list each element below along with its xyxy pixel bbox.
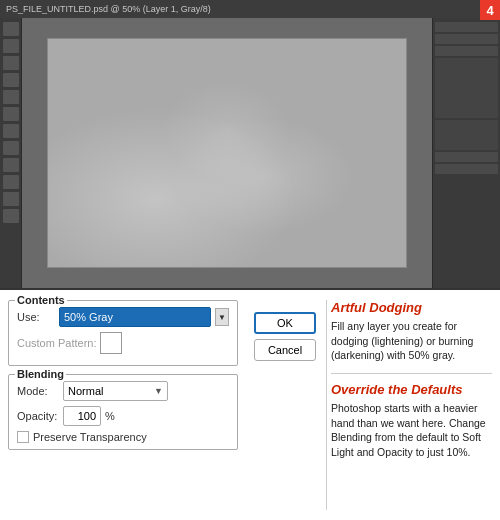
cancel-button[interactable]: Cancel (254, 339, 316, 361)
use-value: 50% Gray (64, 311, 113, 323)
panel-row-1 (435, 22, 498, 32)
panel-row-5 (435, 164, 498, 174)
tool-move (3, 22, 19, 36)
ps-canvas-area (22, 18, 432, 288)
ps-canvas (47, 38, 407, 268)
use-row: Use: 50% Gray ▼ (17, 307, 229, 327)
tip-body-2: Photoshop starts with a heavier hand tha… (331, 401, 492, 460)
mode-row: Mode: Normal ▼ (17, 381, 229, 401)
step-badge: 4 (480, 0, 500, 20)
ps-topbar: PS_FILE_UNTITLED.psd @ 50% (Layer 1, Gra… (0, 0, 500, 18)
dialog-buttons: OK Cancel (254, 312, 316, 510)
use-label: Use: (17, 311, 55, 323)
panel-row-3 (435, 46, 498, 56)
tool-clone (3, 107, 19, 121)
fill-dialog: Contents Use: 50% Gray ▼ Custom Pattern:… (8, 300, 238, 510)
percent-label: % (105, 410, 115, 422)
ps-left-panel (0, 18, 22, 288)
tool-zoom (3, 209, 19, 223)
contents-group: Contents Use: 50% Gray ▼ Custom Pattern: (8, 300, 238, 366)
ps-right-panel (432, 18, 500, 288)
tool-crop (3, 73, 19, 87)
preserve-transparency-label: Preserve Transparency (33, 431, 147, 443)
contents-title: Contents (15, 294, 67, 306)
tip-body-1: Fill any layer you create for dodging (l… (331, 319, 492, 363)
bottom-section: Contents Use: 50% Gray ▼ Custom Pattern:… (0, 290, 500, 518)
preserve-transparency-row: Preserve Transparency (17, 431, 229, 443)
tool-gradient (3, 141, 19, 155)
mode-label: Mode: (17, 385, 59, 397)
tip-title-2: Override the Defaults (331, 382, 492, 397)
opacity-label: Opacity: (17, 410, 59, 422)
tool-select (3, 39, 19, 53)
mode-dropdown[interactable]: Normal ▼ (63, 381, 168, 401)
custom-pattern-label: Custom Pattern: (17, 337, 96, 349)
tips-panel: Artful Dodging Fill any layer you create… (326, 300, 492, 510)
tool-eraser (3, 124, 19, 138)
tool-shape (3, 192, 19, 206)
pattern-preview (100, 332, 122, 354)
tool-pen (3, 158, 19, 172)
use-dropdown-arrow[interactable]: ▼ (215, 308, 229, 326)
opacity-row: Opacity: 100 % (17, 406, 229, 426)
ps-workspace (0, 18, 500, 288)
blending-title: Blending (15, 368, 66, 380)
preserve-transparency-checkbox[interactable] (17, 431, 29, 443)
ps-topbar-text: PS_FILE_UNTITLED.psd @ 50% (Layer 1, Gra… (6, 4, 211, 14)
tip-divider (331, 373, 492, 374)
panel-channels (435, 120, 498, 150)
custom-pattern-row: Custom Pattern: (17, 332, 229, 354)
panel-row-2 (435, 34, 498, 44)
panel-layers (435, 58, 498, 118)
opacity-input[interactable]: 100 (63, 406, 101, 426)
use-dropdown[interactable]: 50% Gray (59, 307, 211, 327)
tip-title-1: Artful Dodging (331, 300, 492, 315)
blending-group: Blending Mode: Normal ▼ Opacity: 100 % P… (8, 374, 238, 450)
photoshop-screenshot: PS_FILE_UNTITLED.psd @ 50% (Layer 1, Gra… (0, 0, 500, 290)
tool-type (3, 175, 19, 189)
mode-value: Normal (68, 385, 103, 397)
ok-button[interactable]: OK (254, 312, 316, 334)
tool-brush (3, 90, 19, 104)
tool-lasso (3, 56, 19, 70)
mode-dropdown-arrow: ▼ (154, 386, 163, 396)
panel-row-4 (435, 152, 498, 162)
